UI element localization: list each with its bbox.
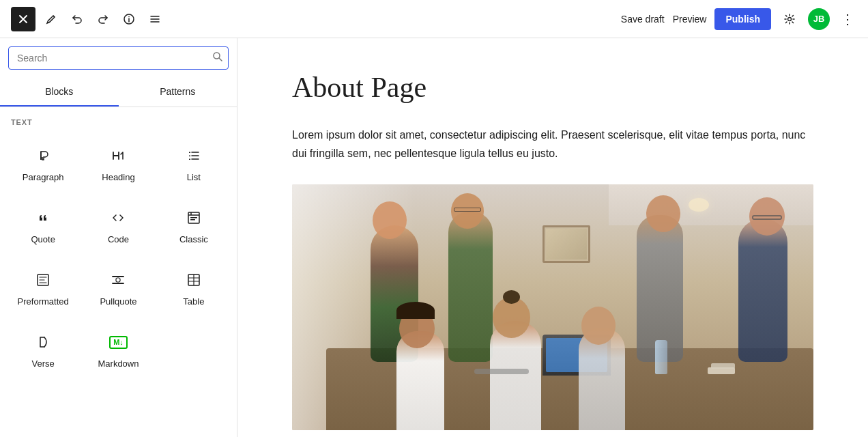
preview-button[interactable]: Preview: [673, 14, 707, 25]
edit-icon-button[interactable]: [41, 9, 61, 29]
search-icon-button[interactable]: [212, 51, 223, 65]
svg-point-1: [128, 16, 130, 17]
paragraph-icon: [31, 143, 55, 168]
block-item-classic[interactable]: Classic: [156, 194, 231, 256]
block-item-markdown[interactable]: M↓ Markdown: [81, 318, 156, 380]
verse-icon: [31, 330, 55, 354]
verse-label: Verse: [32, 358, 55, 369]
markdown-icon: M↓: [106, 330, 130, 354]
tab-row: Blocks Patterns: [0, 78, 237, 107]
svg-rect-4: [189, 152, 190, 154]
sidebar: Blocks Patterns TEXT Paragraph: [0, 38, 237, 437]
page-title: About Page: [292, 71, 813, 104]
pullquote-label: Pullquote: [100, 296, 136, 307]
block-item-code[interactable]: Code: [81, 194, 156, 256]
svg-point-2: [788, 17, 792, 20]
publish-button[interactable]: Publish: [714, 8, 771, 30]
block-item-table[interactable]: Table: [156, 256, 231, 318]
main-layout: Blocks Patterns TEXT Paragraph: [0, 38, 868, 437]
toolbar-right: Save draft Preview Publish JB ⋮: [621, 8, 857, 30]
settings-button[interactable]: [779, 9, 800, 29]
markdown-badge: M↓: [109, 336, 128, 349]
redo-button[interactable]: [93, 9, 113, 29]
more-options-button[interactable]: ⋮: [838, 8, 857, 30]
tab-blocks[interactable]: Blocks: [0, 78, 119, 107]
block-item-list[interactable]: List: [156, 132, 231, 194]
table-icon: [182, 268, 206, 292]
block-item-heading[interactable]: Heading: [81, 132, 156, 194]
pullquote-icon: [106, 268, 130, 292]
list-icon: [182, 143, 206, 168]
blocks-grid: Paragraph Heading: [0, 132, 237, 380]
block-item-quote[interactable]: Quote: [5, 194, 81, 256]
search-box: [8, 46, 229, 70]
list-view-button[interactable]: [145, 9, 165, 29]
quote-label: Quote: [31, 234, 55, 244]
tab-patterns[interactable]: Patterns: [119, 78, 237, 107]
info-button[interactable]: [119, 9, 139, 29]
svg-rect-9: [190, 219, 195, 221]
quote-icon: [31, 206, 55, 230]
save-draft-button[interactable]: Save draft: [621, 14, 665, 25]
block-item-pullquote[interactable]: Pullquote: [81, 256, 156, 318]
undo-button[interactable]: [67, 9, 87, 29]
search-input[interactable]: [8, 46, 229, 70]
preformatted-label: Preformatted: [18, 296, 69, 307]
content-area: About Page Lorem ipsum dolor sit amet, c…: [237, 38, 868, 437]
code-icon: [106, 206, 130, 230]
block-item-preformatted[interactable]: Preformatted: [5, 256, 81, 318]
close-button[interactable]: [11, 7, 35, 31]
list-label: List: [187, 172, 201, 182]
section-label-text: TEXT: [0, 107, 237, 132]
toolbar: Save draft Preview Publish JB ⋮: [0, 0, 868, 38]
heading-icon: [106, 143, 130, 168]
page-image: [292, 184, 813, 430]
block-item-paragraph[interactable]: Paragraph: [5, 132, 81, 194]
svg-rect-6: [189, 159, 190, 160]
classic-label: Classic: [179, 234, 208, 244]
toolbar-left: [11, 7, 165, 31]
code-label: Code: [108, 234, 129, 244]
block-item-verse[interactable]: Verse: [5, 318, 81, 380]
avatar[interactable]: JB: [808, 8, 830, 30]
page-body-text: Lorem ipsum dolor sit amet, consectetur …: [292, 126, 813, 163]
paragraph-label: Paragraph: [23, 172, 64, 182]
classic-icon: [182, 206, 206, 230]
markdown-label: Markdown: [98, 358, 139, 369]
heading-label: Heading: [102, 172, 134, 182]
preformatted-icon: [31, 268, 55, 292]
svg-rect-5: [189, 156, 190, 157]
table-label: Table: [183, 296, 204, 307]
svg-rect-8: [190, 217, 197, 218]
